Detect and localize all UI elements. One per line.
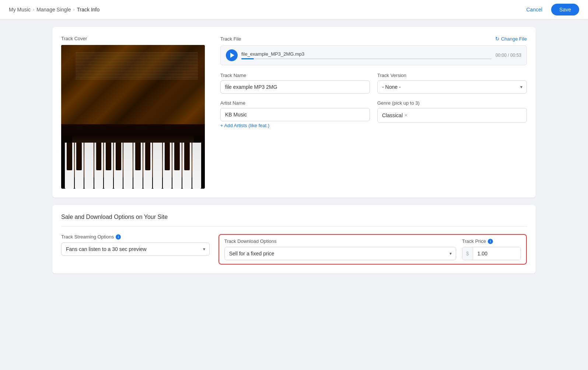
black-key bbox=[96, 143, 102, 170]
player-info: file_example_MP3_2MG.mp3 bbox=[241, 51, 492, 59]
price-input-wrapper: $ bbox=[462, 247, 521, 260]
black-key bbox=[165, 143, 170, 170]
string-line bbox=[76, 55, 198, 56]
player-filename: file_example_MP3_2MG.mp3 bbox=[241, 51, 492, 57]
genre-tag: Classical ✕ bbox=[382, 112, 408, 118]
black-key bbox=[116, 143, 121, 170]
string-line bbox=[76, 67, 198, 67]
price-label-text: Track Price bbox=[462, 238, 486, 244]
white-key bbox=[143, 143, 153, 189]
breadcrumb-manage-single[interactable]: Manage Single bbox=[36, 7, 71, 13]
form-row-name-version: Track Name Track Version - None - ▾ bbox=[220, 73, 527, 94]
track-cover-section: Track Cover bbox=[61, 36, 209, 189]
streaming-select-wrapper: Fans can listen to a 30 sec preview Fans… bbox=[61, 242, 210, 256]
white-key bbox=[75, 143, 84, 189]
player-progress-bar[interactable] bbox=[241, 58, 492, 59]
form-row-artist-genre: Artist Name + Add Artists (like feat.) G… bbox=[220, 100, 527, 128]
add-artists-link[interactable]: + Add Artists (like feat.) bbox=[220, 123, 269, 128]
breadcrumb-track-info: Track Info bbox=[77, 7, 100, 13]
white-key bbox=[123, 143, 133, 189]
white-key bbox=[94, 143, 104, 189]
breadcrumb-sep-1: › bbox=[33, 7, 34, 12]
main-content: Track Cover bbox=[43, 20, 545, 281]
black-key bbox=[76, 143, 82, 170]
streaming-label-text: Track Streaming Options bbox=[61, 234, 114, 240]
track-version-group: Track Version - None - ▾ bbox=[377, 73, 527, 94]
black-key bbox=[145, 143, 151, 170]
white-key bbox=[192, 143, 202, 189]
white-key bbox=[163, 143, 172, 189]
download-price-highlighted-group: Track Download Options Sell for a fixed … bbox=[218, 234, 527, 265]
track-info-layout: Track Cover bbox=[61, 36, 527, 189]
string-line bbox=[76, 54, 198, 54]
play-button[interactable] bbox=[226, 49, 238, 61]
play-icon bbox=[230, 53, 234, 58]
change-file-button[interactable]: ↻ Change File bbox=[495, 36, 527, 42]
black-key bbox=[174, 143, 180, 170]
streaming-select[interactable]: Fans can listen to a 30 sec preview Fans… bbox=[61, 242, 210, 256]
breadcrumb-sep-2: › bbox=[73, 7, 75, 12]
price-currency-symbol: $ bbox=[462, 247, 473, 260]
string-line bbox=[76, 73, 198, 73]
white-key bbox=[133, 143, 143, 189]
string-line bbox=[76, 61, 198, 62]
track-version-select[interactable]: - None - bbox=[377, 80, 527, 94]
track-price-label: Track Price i bbox=[462, 238, 521, 244]
string-line bbox=[76, 63, 198, 63]
piano-background bbox=[61, 45, 205, 189]
string-line bbox=[76, 70, 198, 70]
streaming-options-group: Track Streaming Options i Fans can liste… bbox=[61, 234, 210, 256]
track-price-group: Track Price i $ bbox=[462, 238, 521, 260]
page-header: My Music › Manage Single › Track Info Ca… bbox=[0, 0, 588, 20]
string-line bbox=[76, 71, 198, 72]
download-options-group: Track Download Options Sell for a fixed … bbox=[224, 238, 456, 260]
genre-tag-remove-icon[interactable]: ✕ bbox=[404, 113, 408, 118]
string-line bbox=[76, 74, 198, 75]
price-input[interactable] bbox=[473, 247, 521, 260]
track-cover-label: Track Cover bbox=[61, 36, 209, 41]
white-key bbox=[84, 143, 94, 189]
artist-name-input[interactable] bbox=[220, 108, 370, 121]
artist-name-group: Artist Name + Add Artists (like feat.) bbox=[220, 100, 370, 128]
track-details-section: Track File ↻ Change File file_example_MP… bbox=[220, 36, 527, 189]
player-time: 00:00 / 00:53 bbox=[496, 53, 521, 58]
track-name-label: Track Name bbox=[220, 73, 370, 78]
string-line bbox=[76, 66, 198, 66]
header-actions: Cancel Save bbox=[522, 4, 579, 15]
sale-options-card: Sale and Download Options on Your Site T… bbox=[52, 205, 536, 273]
white-key bbox=[104, 143, 113, 189]
sale-options-grid: Track Streaming Options i Fans can liste… bbox=[61, 234, 527, 265]
black-key bbox=[135, 143, 141, 170]
black-key bbox=[184, 143, 190, 170]
breadcrumb: My Music › Manage Single › Track Info bbox=[9, 7, 99, 13]
track-version-label: Track Version bbox=[377, 73, 527, 78]
black-key bbox=[106, 143, 111, 170]
black-key bbox=[67, 143, 72, 170]
string-line bbox=[76, 76, 198, 76]
change-file-label: Change File bbox=[501, 36, 527, 42]
string-line bbox=[76, 57, 198, 57]
white-key bbox=[114, 143, 123, 189]
streaming-info-icon[interactable]: i bbox=[116, 234, 121, 240]
price-info-icon[interactable]: i bbox=[488, 239, 493, 244]
track-cover-image bbox=[61, 45, 205, 189]
download-select-wrapper: Sell for a fixed price Free download Not… bbox=[224, 247, 456, 260]
white-key bbox=[182, 143, 192, 189]
save-button[interactable]: Save bbox=[551, 4, 579, 15]
genre-field[interactable]: Classical ✕ bbox=[377, 108, 527, 123]
download-select[interactable]: Sell for a fixed price Free download Not… bbox=[224, 247, 456, 260]
string-line bbox=[76, 79, 198, 79]
string-line bbox=[76, 64, 198, 64]
white-key bbox=[65, 143, 74, 189]
track-version-select-wrapper: - None - ▾ bbox=[377, 80, 527, 94]
artist-name-label: Artist Name bbox=[220, 100, 370, 106]
breadcrumb-my-music[interactable]: My Music bbox=[9, 7, 31, 13]
string-line bbox=[76, 58, 198, 59]
piano-keys-area bbox=[61, 131, 205, 189]
streaming-options-label: Track Streaming Options i bbox=[61, 234, 210, 240]
track-name-input[interactable] bbox=[220, 80, 370, 94]
genre-group: Genre (pick up to 3) Classical ✕ bbox=[377, 100, 527, 128]
refresh-icon: ↻ bbox=[495, 36, 500, 42]
white-key bbox=[172, 143, 182, 189]
cancel-button[interactable]: Cancel bbox=[522, 4, 547, 15]
